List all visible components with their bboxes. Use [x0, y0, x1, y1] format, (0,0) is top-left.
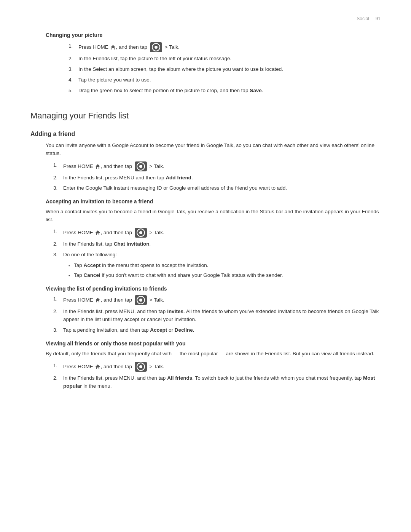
step1-after: > Talk.: [163, 44, 180, 50]
press-home-text: Press HOME: [78, 44, 110, 50]
step1-middle: , and then tap: [116, 44, 149, 50]
section-label: Social: [357, 16, 369, 21]
svg-marker-4: [96, 364, 100, 369]
viewing-all-friends-steps: Press HOME , and then tap > Talk. In the…: [53, 362, 381, 390]
pending-step-2: In the Friends list, press MENU, and the…: [53, 308, 381, 324]
app-icon-2: [135, 161, 147, 171]
app-icon: [150, 42, 162, 52]
accepting-invitation-steps: Press HOME , and then tap > Talk. In the…: [53, 228, 381, 259]
accept-step-3: Do one of the following:: [53, 251, 381, 259]
app-icon-4: [135, 295, 147, 305]
app-icon-5: [135, 362, 147, 372]
accepting-invitation-intro: When a contact invites you to become a f…: [46, 208, 381, 224]
changing-picture-section: Changing your picture Press HOME , and t…: [46, 31, 381, 95]
viewing-all-friends-title: Viewing all friends or only those most p…: [46, 340, 381, 348]
svg-marker-2: [96, 230, 100, 235]
home-icon-2: [95, 163, 101, 169]
add-step-3: Enter the Google Talk instant messaging …: [53, 184, 381, 192]
changing-picture-title: Changing your picture: [46, 31, 381, 39]
adding-friend-steps: Press HOME , and then tap > Talk. In the…: [53, 161, 381, 193]
home-icon-4: [95, 297, 101, 303]
step-3: In the Select an album screen, tap the a…: [68, 66, 381, 73]
add-step-1: Press HOME , and then tap > Talk.: [53, 161, 381, 171]
accept-step-1: Press HOME , and then tap > Talk.: [53, 228, 381, 238]
all-friends-step-2: In the Friends list, press MENU, and the…: [53, 374, 381, 390]
home-icon-5: [95, 364, 101, 370]
accepting-invitation-title: Accepting an invitation to become a frie…: [46, 198, 381, 206]
bullet-accept: Tap Accept in the menu that opens to acc…: [68, 262, 381, 270]
bullet-cancel: Tap Cancel if you don't want to chat wit…: [68, 272, 381, 280]
accept-bullets: Tap Accept in the menu that opens to acc…: [68, 262, 381, 280]
viewing-pending-steps: Press HOME , and then tap > Talk. In the…: [53, 295, 381, 334]
step-2: In the Friends list, tap the picture to …: [68, 55, 381, 63]
step-4: Tap the picture you want to use.: [68, 76, 381, 84]
adding-friend-intro: You can invite anyone with a Google Acco…: [46, 142, 381, 158]
adding-friend-title: Adding a friend: [30, 129, 381, 139]
step-1: Press HOME , and then tap > Talk.: [68, 42, 381, 52]
svg-marker-3: [96, 298, 100, 302]
add-step-2: In the Friends list, press MENU and then…: [53, 174, 381, 182]
page-header: Social 91: [30, 15, 381, 22]
pending-step-3: Tap a pending invitation, and then tap A…: [53, 326, 381, 334]
home-icon: [110, 44, 116, 50]
viewing-pending-title: Viewing the list of pending invitations …: [46, 285, 381, 293]
viewing-all-friends-intro: By default, only the friends that you fr…: [46, 350, 381, 358]
managing-friends-title: Managing your Friends list: [30, 109, 381, 122]
app-icon-3: [135, 228, 147, 238]
changing-picture-steps: Press HOME , and then tap > Talk. In the…: [68, 42, 381, 95]
page-number: 91: [376, 16, 381, 21]
svg-marker-1: [96, 164, 100, 169]
svg-marker-0: [111, 45, 115, 50]
home-icon-3: [95, 230, 101, 236]
pending-step-1: Press HOME , and then tap > Talk.: [53, 295, 381, 305]
step-5: Drag the green box to select the portion…: [68, 87, 381, 95]
accept-step-2: In the Friends list, tap Chat invitation…: [53, 240, 381, 248]
all-friends-step-1: Press HOME , and then tap > Talk.: [53, 362, 381, 372]
